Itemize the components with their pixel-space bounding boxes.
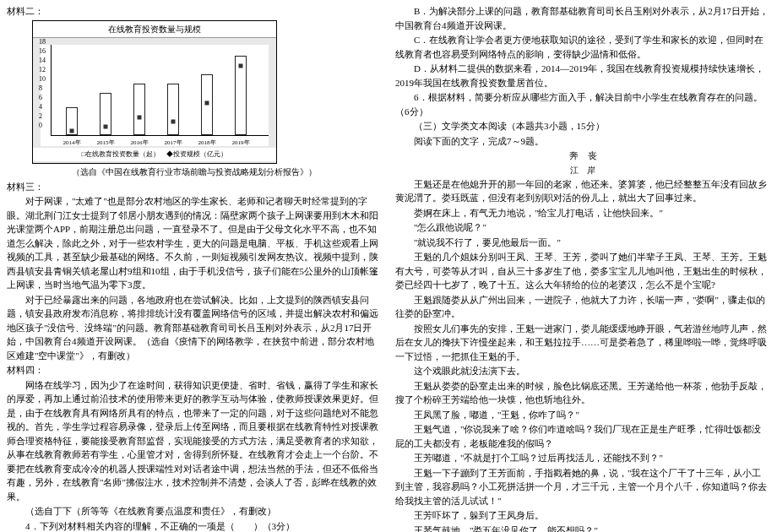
x-axis [51, 135, 269, 136]
xtick: 2018年 [198, 138, 216, 148]
material3-heading: 材料三： [7, 180, 382, 194]
ytick: 2 [39, 111, 42, 122]
y-axis [51, 45, 52, 136]
chart-source: （选自《中国在线教育行业市场前瞻与投资战略规划分析报告》） [7, 166, 382, 178]
chart-area: 0 2 4 6 8 10 12 14 16 18 [41, 45, 269, 146]
xtick: 2017年 [165, 138, 182, 148]
question-6: 6．根据材料，简要分析应从哪些方面入手，解决目前中小学生在线教育存在的问题。 （… [395, 90, 770, 118]
right-column: B．为解决部分上课的问题，教育部基础教育司司长吕玉刚对外表示，从2月17日开始，… [388, 0, 777, 532]
story-author: 江 岸 [395, 164, 770, 176]
para: 网络在线学习，因为少了在途时间，获得知识更便捷、省时、省钱，赢得了学生和家长的厚… [7, 378, 382, 504]
material2-heading: 材料二： [7, 4, 382, 19]
ytick: 14 [39, 56, 46, 66]
para: （选自丁下（所等等《在线教育要点温度和责任》，有删改） [7, 504, 382, 518]
ytick: 10 [39, 74, 46, 84]
story-title: 奔 丧 [395, 149, 770, 163]
story-para: 王魁还是在他媳升开的那一年回的老家，他还来。婆算婆，他已经整整五年没有回故乡黄泥… [395, 177, 770, 205]
material4-heading: 材料四： [7, 363, 382, 377]
xtick: 2016年 [131, 138, 149, 148]
chart-container: 在线教育投资数量与规模 0 2 4 6 8 10 12 14 16 18 [32, 20, 277, 164]
option-d: D．从材料二提供的数据来看，2014—2019年，我国在线教育投资规模持续快速增… [395, 62, 770, 90]
bar-2015 [100, 93, 111, 135]
xtick: 2019年 [232, 138, 250, 148]
ytick: 18 [39, 37, 46, 47]
option-b: B．为解决部分上课的问题，教育部基础教育司司长吕玉刚对外表示，从2月17日开始，… [395, 4, 770, 32]
bar-2016 [133, 84, 145, 135]
question-4: 4．下列对材料相关内容的理解，不正确的一项是（ ）（3分） [7, 519, 382, 533]
chart-title: 在线教育投资数量与规模 [33, 21, 276, 38]
ytick: 16 [39, 46, 46, 57]
story-para: 这个戏眼此就没法演下去。 [395, 364, 770, 378]
story-para: "就说我不行了，要见他最后一面。" [395, 236, 770, 250]
story-para: 王凤黑了脸，嘟道，"王魁，你咋了吗？" [395, 408, 770, 422]
ytick: 0 [39, 121, 42, 131]
story-para: 按照女儿们事先的安排，王魁一进家门，娄儿能缓缓地睁开眼，气若游丝地哼儿声，然后在… [395, 322, 770, 364]
bar-2017 [167, 84, 179, 135]
dot-2019 [239, 63, 243, 68]
story-para: 娄婀在床上，有气无力地说，"给宝儿打电话，让他快回来。" [395, 206, 770, 220]
story-para: 王魁跟随娄从从广州出回来，一进院子，他就大了力许，长喘一声，"娄啊"，骤走似的往… [395, 293, 770, 321]
section-3-heading: （三）文学类文本阅读（本题共3小题，15分） [395, 119, 770, 133]
chart-legend: □在线教育投资数量（起） ◆投资规模（亿元） [33, 148, 276, 161]
dot-2015 [104, 124, 108, 128]
story-para: 王魁一下子蹦到了王芳面前，手指戳着她的鼻，说，"我在这个厂干了十三年，从小工到主… [395, 466, 770, 508]
dot-2014 [70, 128, 74, 133]
para: 对于网课，"太难了"也是部分农村地区的学生家长、老师和记者聊天时经常提到的字眼。… [7, 194, 382, 292]
story-para: 王琴气鼓地，"娄五年没见你了，能不想吗？" [395, 524, 770, 533]
xtick: 2015年 [97, 138, 115, 148]
ytick: 6 [39, 93, 42, 103]
story-para: 王魁的几个姐妹分别叫王凤、王琴、王芳，娄叫了她们半辈子王凤、王琴、王芳。王魁有大… [395, 250, 770, 292]
option-c: C．在线教育让学会者更方便地获取知识的途径，受到了学生和家长的欢迎，但同时在线教… [395, 33, 770, 61]
left-column: 材料二： 在线教育投资数量与规模 0 2 4 6 8 10 12 14 16 1… [0, 0, 388, 532]
ytick: 4 [39, 102, 42, 112]
ytick: 12 [39, 65, 46, 75]
para: 对于已经暴露出来的问题，各地政府也在尝试解决。比如，上文提到的陕西镇安县问题，镇… [7, 293, 382, 363]
dot-2017 [171, 119, 176, 123]
story-para: "怎么跟他说呢？" [395, 220, 770, 235]
story-para: 王魁从娄娄的卧室走出来的时候，脸色比锅底还黑。王芳递给他一杯茶，他勃手反敲，搜了… [395, 379, 770, 407]
dot-2018 [205, 100, 209, 105]
page: 材料二： 在线教育投资数量与规模 0 2 4 6 8 10 12 14 16 1… [0, 0, 777, 532]
dot-2016 [138, 115, 142, 119]
ytick: 8 [39, 84, 42, 94]
story-para: 王芳吓坏了，躲到了王凤身后。 [395, 508, 770, 523]
reading-instruction: 阅读下面的文字，完成7～9题。 [395, 134, 770, 149]
story-para: 王魁气道，"你说我来了啥？你们咋道啥吗？我们厂现在正是生产旺季，忙得吐饭都没屁的… [395, 422, 770, 450]
xtick: 2014年 [63, 138, 81, 148]
story-para: 王芳嘟道，"不就是打个工吗？过后再找活儿，还能找不到？" [395, 451, 770, 465]
